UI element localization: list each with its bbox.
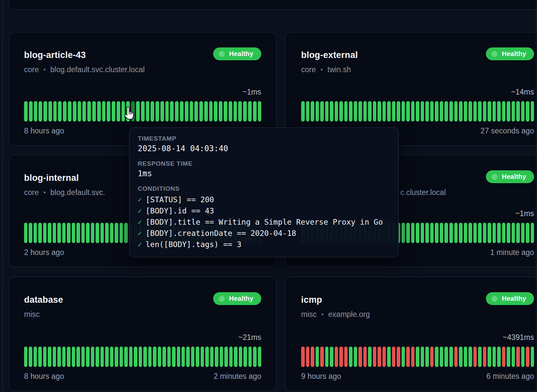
status-bar[interactable] (493, 347, 496, 367)
status-bar[interactable] (110, 347, 113, 367)
status-bar[interactable] (29, 101, 33, 122)
status-bar[interactable] (43, 101, 47, 122)
status-bar[interactable] (34, 347, 37, 367)
status-bar[interactable] (488, 101, 491, 122)
status-bar[interactable] (440, 347, 443, 367)
status-bar[interactable] (468, 101, 472, 122)
status-bar[interactable] (155, 101, 159, 122)
status-bar[interactable] (229, 347, 233, 367)
status-bar[interactable] (120, 347, 123, 367)
status-bar[interactable] (105, 223, 108, 243)
status-bar[interactable] (473, 101, 477, 122)
status-bar[interactable] (210, 347, 213, 367)
status-bar[interactable] (402, 101, 405, 122)
status-bar[interactable] (502, 223, 506, 243)
status-bar[interactable] (182, 347, 185, 367)
status-bar[interactable] (430, 101, 434, 122)
status-bar[interactable] (141, 101, 145, 122)
status-bar[interactable] (416, 223, 419, 243)
status-bar[interactable] (76, 347, 80, 367)
status-bar[interactable] (402, 347, 405, 367)
status-bar[interactable] (82, 101, 86, 122)
status-bar[interactable] (316, 101, 319, 122)
status-bar[interactable] (205, 347, 209, 367)
status-bar[interactable] (425, 347, 429, 367)
status-bar[interactable] (124, 347, 127, 367)
status-bar[interactable] (478, 101, 482, 122)
status-bar[interactable] (387, 101, 391, 122)
status-bar[interactable] (243, 101, 247, 122)
status-bar[interactable] (100, 347, 104, 367)
status-bar[interactable] (368, 347, 372, 367)
status-bar[interactable] (411, 223, 415, 243)
status-bar[interactable] (24, 101, 28, 122)
status-bar[interactable] (96, 223, 99, 243)
status-bar[interactable] (421, 101, 424, 122)
status-bar[interactable] (124, 223, 127, 243)
status-bar[interactable] (406, 101, 410, 122)
status-bar[interactable] (158, 347, 161, 367)
status-bar[interactable] (219, 101, 222, 122)
status-bar[interactable] (488, 347, 491, 367)
status-bar[interactable] (425, 101, 429, 122)
status-bar[interactable] (175, 101, 179, 122)
status-bar[interactable] (58, 101, 62, 122)
status-bar[interactable] (239, 347, 242, 367)
status-bar[interactable] (507, 101, 510, 122)
status-bar[interactable] (224, 347, 228, 367)
status-bar[interactable] (459, 347, 463, 367)
status-bar[interactable] (117, 101, 120, 122)
endpoint-card-database[interactable]: database misc Healthy ~21ms 8 hours ago … (9, 277, 276, 391)
status-bar[interactable] (373, 101, 377, 122)
status-bar[interactable] (72, 223, 75, 243)
status-bar[interactable] (397, 101, 400, 122)
status-bar[interactable] (214, 101, 217, 122)
status-bar[interactable] (531, 223, 534, 243)
status-bar[interactable] (186, 347, 189, 367)
status-bar[interactable] (512, 101, 515, 122)
status-bar[interactable] (107, 101, 110, 122)
status-bar[interactable] (72, 347, 75, 367)
status-bar[interactable] (425, 223, 429, 243)
status-bar[interactable] (468, 223, 472, 243)
status-bar[interactable] (416, 101, 419, 122)
status-bar[interactable] (185, 101, 188, 122)
status-bar[interactable] (81, 223, 85, 243)
status-bar[interactable] (209, 101, 213, 122)
status-bar[interactable] (81, 347, 85, 367)
status-bar[interactable] (57, 347, 61, 367)
status-bar[interactable] (215, 347, 218, 367)
status-bar[interactable] (143, 347, 147, 367)
status-bar[interactable] (57, 223, 61, 243)
status-bar[interactable] (516, 347, 520, 367)
status-bar[interactable] (521, 223, 525, 243)
status-bar[interactable] (38, 223, 42, 243)
status-bar[interactable] (335, 347, 338, 367)
status-bar[interactable] (497, 223, 501, 243)
status-bar[interactable] (526, 347, 529, 367)
status-bar[interactable] (146, 101, 150, 122)
status-bar[interactable] (97, 101, 101, 122)
status-bar[interactable] (449, 223, 453, 243)
status-bar[interactable] (497, 101, 501, 122)
status-bar[interactable] (335, 101, 338, 122)
status-bar[interactable] (180, 101, 184, 122)
status-bar[interactable] (92, 101, 96, 122)
status-bar[interactable] (483, 223, 487, 243)
status-bar[interactable] (48, 101, 52, 122)
status-bar[interactable] (311, 101, 314, 122)
status-bar[interactable] (507, 223, 510, 243)
status-bar[interactable] (24, 347, 27, 367)
status-bar[interactable] (258, 347, 261, 367)
status-bar[interactable] (191, 347, 194, 367)
status-bar[interactable] (411, 101, 415, 122)
status-bar[interactable] (91, 347, 94, 367)
status-bar[interactable] (526, 223, 529, 243)
status-bar[interactable] (325, 101, 329, 122)
status-bar[interactable] (204, 101, 208, 122)
status-bar[interactable] (444, 347, 448, 367)
partial-card-top[interactable] (9, 0, 537, 10)
status-bar[interactable] (134, 347, 137, 367)
status-bar[interactable] (493, 101, 496, 122)
status-bar[interactable] (238, 101, 242, 122)
